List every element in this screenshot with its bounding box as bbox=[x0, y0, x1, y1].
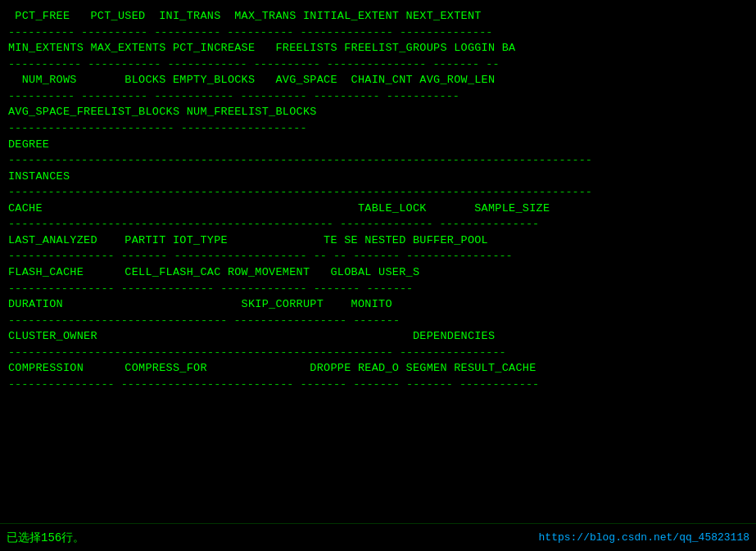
content-area: PCT_FREE PCT_USED INI_TRANS MAX_TRANS IN… bbox=[3, 7, 753, 518]
sep-12: ---------------- -----------------------… bbox=[8, 377, 748, 393]
header-row-1: PCT_FREE PCT_USED INI_TRANS MAX_TRANS IN… bbox=[8, 8, 748, 25]
header-row-11: CLUSTER_OWNER DEPENDENCIES bbox=[8, 328, 748, 345]
sep-5: ----------------------------------------… bbox=[8, 152, 748, 169]
sep-8: ---------------- ------- ---------------… bbox=[8, 248, 748, 264]
sep-4: ------------------------- --------------… bbox=[8, 120, 748, 137]
status-url: https://blog.csdn.net/qq_45823118 bbox=[539, 531, 749, 544]
header-row-3: NUM_ROWS BLOCKS EMPTY_BLOCKS AVG_SPACE C… bbox=[8, 72, 748, 88]
sep-3: ---------- ---------- ------------ -----… bbox=[8, 88, 748, 105]
header-row-6: INSTANCES bbox=[8, 169, 748, 185]
header-row-2: MIN_EXTENTS MAX_EXTENTS PCT_INCREASE FRE… bbox=[8, 40, 748, 56]
sep-2: ----------- ----------- ------------ ---… bbox=[8, 56, 748, 73]
header-row-4: AVG_SPACE_FREELIST_BLOCKS NUM_FREELIST_B… bbox=[8, 104, 748, 120]
header-row-8: LAST_ANALYZED PARTIT IOT_TYPE TE SE NEST… bbox=[8, 233, 748, 249]
sep-6: ----------------------------------------… bbox=[8, 184, 748, 201]
header-row-12: COMPRESSION COMPRESS_FOR DROPPE READ_O S… bbox=[8, 360, 748, 377]
status-bar: 已选择156行。 https://blog.csdn.net/qq_458231… bbox=[0, 523, 756, 551]
header-row-10: DURATION SKIP_CORRUPT MONITO bbox=[8, 296, 748, 313]
sep-10: --------------------------------- ------… bbox=[8, 313, 748, 329]
sep-7: ----------------------------------------… bbox=[8, 216, 748, 233]
status-rows-selected: 已选择156行。 bbox=[7, 531, 84, 545]
sep-11: ----------------------------------------… bbox=[8, 345, 748, 361]
header-row-9: FLASH_CACHE CELL_FLASH_CAC ROW_MOVEMENT … bbox=[8, 264, 748, 281]
sep-9: ---------------- -------------- --------… bbox=[8, 281, 748, 297]
terminal-window: PCT_FREE PCT_USED INI_TRANS MAX_TRANS IN… bbox=[0, 0, 756, 551]
header-row-7: CACHE TABLE_LOCK SAMPLE_SIZE bbox=[8, 201, 748, 217]
header-row-5: DEGREE bbox=[8, 137, 748, 153]
sep-1: ---------- ---------- ---------- -------… bbox=[8, 25, 748, 41]
